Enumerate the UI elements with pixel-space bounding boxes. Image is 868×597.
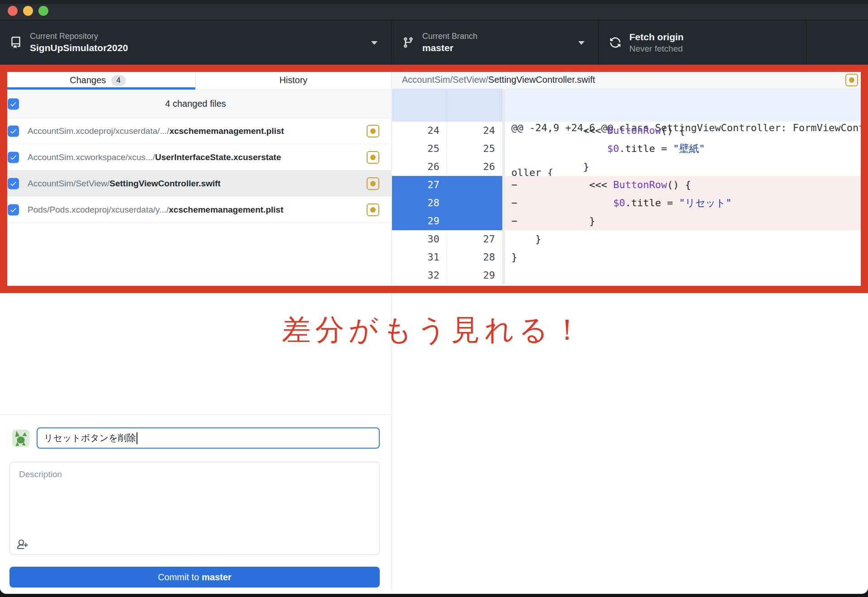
current-repository-button[interactable]: Current Repository SignUpSimulator2020 bbox=[0, 20, 392, 65]
commit-button-branch: master bbox=[202, 572, 231, 583]
file-path: AccountSim.xcodeproj/xcuserdata/.../ bbox=[28, 126, 170, 136]
changes-history-tabs: Changes 4 History bbox=[0, 65, 391, 90]
diff-code-line: } bbox=[505, 230, 868, 248]
zoom-button[interactable] bbox=[38, 6, 48, 16]
check-icon bbox=[9, 153, 17, 161]
diff-row[interactable]: 3128} bbox=[392, 248, 868, 266]
new-line-number bbox=[447, 212, 502, 230]
tab-changes[interactable]: Changes 4 bbox=[0, 65, 195, 90]
file-checkbox[interactable] bbox=[8, 152, 19, 163]
file-row[interactable]: Pods/Pods.xcodeproj/xcuserdata/y.../xcsc… bbox=[0, 197, 391, 223]
description-placeholder: Description bbox=[19, 469, 62, 479]
diff-code-line: <<< ButtonRow() { bbox=[505, 122, 868, 140]
tab-history[interactable]: History bbox=[195, 65, 391, 90]
hunk-header: @@ -24,9 +24,6 @@ class SettingViewContr… bbox=[392, 89, 868, 122]
diff-code-line: − <<< ButtonRow() { bbox=[505, 176, 868, 194]
file-checkbox[interactable] bbox=[8, 204, 19, 215]
new-line-number: 25 bbox=[447, 140, 502, 158]
new-line-number: 27 bbox=[447, 230, 502, 248]
diff-panel: AccountSim/SetView/SettingViewController… bbox=[392, 65, 868, 591]
diff-row[interactable]: 2626 } bbox=[392, 158, 868, 176]
avatar bbox=[12, 430, 29, 447]
diff-row[interactable]: 27− <<< ButtonRow() { bbox=[392, 176, 868, 194]
minimize-button[interactable] bbox=[23, 6, 33, 16]
changes-panel: Changes 4 History 4 changed files Accoun… bbox=[0, 65, 392, 591]
new-line-number bbox=[447, 194, 502, 212]
active-tab-underline bbox=[0, 87, 195, 90]
old-line-number: 30 bbox=[392, 230, 447, 248]
file-name: xcschememanagement.plist bbox=[170, 126, 284, 136]
git-branch-icon bbox=[402, 37, 414, 48]
file-checkbox[interactable] bbox=[8, 178, 19, 189]
old-line-number: 27 bbox=[392, 176, 447, 194]
add-coauthor-icon[interactable] bbox=[17, 538, 28, 549]
file-name: xcschememanagement.plist bbox=[169, 205, 283, 215]
diff-file-name: SettingViewController.swift bbox=[488, 75, 595, 85]
commit-button-prefix: Commit to bbox=[158, 572, 199, 583]
chevron-down-icon bbox=[578, 41, 585, 45]
tab-changes-label: Changes bbox=[70, 75, 106, 85]
close-button[interactable] bbox=[8, 6, 18, 16]
diff-row[interactable]: 2424 <<< ButtonRow() { bbox=[392, 122, 868, 140]
diff-code-line: } bbox=[505, 158, 868, 176]
app-window: Current Repository SignUpSimulator2020 C… bbox=[0, 0, 868, 594]
commit-summary-value: リセットボタンを削除 bbox=[44, 432, 136, 444]
chevron-down-icon bbox=[371, 41, 377, 45]
file-name: UserInterfaceState.xcuserstate bbox=[155, 152, 281, 162]
diff-row[interactable]: 28− $0.title = "リセット" bbox=[392, 194, 868, 212]
commit-button[interactable]: Commit to master bbox=[9, 567, 380, 588]
old-line-number: 25 bbox=[392, 140, 447, 158]
macos-titlebar bbox=[0, 0, 868, 20]
new-line-number: 29 bbox=[447, 266, 502, 284]
file-name: SettingViewController.swift bbox=[109, 179, 221, 189]
diff-rows: 2424 <<< ButtonRow() {2525 $0.title = "壁… bbox=[392, 122, 868, 284]
file-path: AccountSim/SetView/ bbox=[28, 179, 109, 189]
current-repository-label: Current Repository bbox=[30, 32, 128, 41]
diff-code-line: − } bbox=[505, 212, 868, 230]
check-icon bbox=[9, 206, 17, 213]
select-all-row: 4 changed files bbox=[0, 90, 391, 118]
diff-code-line bbox=[505, 266, 868, 284]
old-line-number: 31 bbox=[392, 248, 447, 266]
modified-status-icon bbox=[367, 204, 379, 216]
modified-status-icon bbox=[845, 74, 858, 86]
file-row[interactable]: AccountSim.xcworkspace/xcus.../UserInter… bbox=[0, 144, 391, 171]
diff-row[interactable]: 3229 bbox=[392, 266, 868, 284]
fetch-status: Never fetched bbox=[629, 44, 684, 54]
commit-area: リセットボタンを削除 Description Commit to master bbox=[0, 414, 391, 591]
check-icon bbox=[9, 127, 17, 135]
file-row[interactable]: AccountSim.xcodeproj/xcuserdata/.../xcsc… bbox=[0, 118, 391, 144]
diff-file-header: AccountSim/SetView/SettingViewController… bbox=[392, 65, 868, 89]
fetch-origin-button[interactable]: Fetch origin Never fetched bbox=[599, 20, 807, 65]
changes-count-badge: 4 bbox=[111, 75, 125, 86]
hunk-header-text: @@ -24,9 +24,6 @@ class SettingViewContr… bbox=[505, 89, 868, 122]
old-line-number: 24 bbox=[392, 122, 447, 140]
modified-status-icon bbox=[367, 125, 379, 137]
new-line-number: 24 bbox=[447, 122, 502, 140]
current-branch-button[interactable]: Current Branch master bbox=[392, 20, 599, 65]
diff-row[interactable]: 29− } bbox=[392, 212, 868, 230]
new-line-number: 26 bbox=[447, 158, 502, 176]
file-list: AccountSim.xcodeproj/xcuserdata/.../xcsc… bbox=[0, 118, 391, 223]
old-line-number: 26 bbox=[392, 158, 447, 176]
diff-code-line: } bbox=[505, 248, 868, 266]
modified-status-icon bbox=[367, 177, 379, 190]
avatar-creature-icon bbox=[12, 430, 29, 447]
old-line-number: 32 bbox=[392, 266, 447, 284]
file-row[interactable]: AccountSim/SetView/SettingViewController… bbox=[0, 171, 391, 197]
changed-files-summary: 4 changed files bbox=[0, 90, 391, 118]
commit-description-input[interactable]: Description bbox=[9, 462, 380, 555]
diff-row[interactable]: 3027 } bbox=[392, 230, 868, 248]
new-line-number: 28 bbox=[447, 248, 502, 266]
check-icon bbox=[9, 180, 17, 187]
modified-status-icon bbox=[367, 151, 379, 164]
text-cursor bbox=[137, 432, 137, 444]
old-line-number: 29 bbox=[392, 212, 447, 230]
sync-icon bbox=[609, 37, 621, 48]
file-path: AccountSim.xcworkspace/xcus.../ bbox=[28, 152, 155, 162]
commit-summary-input[interactable]: リセットボタンを削除 bbox=[37, 427, 380, 449]
diff-row[interactable]: 2525 $0.title = "壁紙" bbox=[392, 140, 868, 158]
current-branch-label: Current Branch bbox=[422, 32, 477, 41]
old-line-number: 28 bbox=[392, 194, 447, 212]
file-checkbox[interactable] bbox=[8, 125, 19, 137]
